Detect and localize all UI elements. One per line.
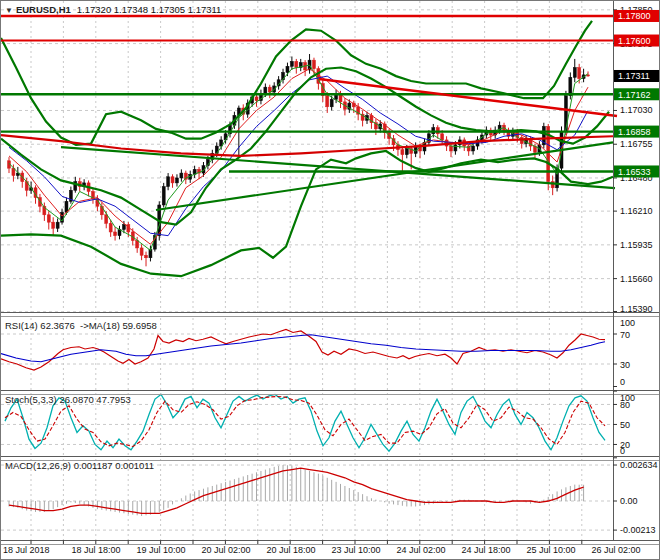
price-badge: 1.16533 — [614, 165, 660, 177]
candle-body — [401, 150, 404, 155]
candle-body — [290, 61, 293, 66]
indicator-tick-label: 0 — [620, 446, 625, 456]
indicator-tick-label: -0.00213 — [620, 525, 656, 535]
date-label: 24 Jul 18:00 — [461, 545, 510, 555]
price-tick-label: 1.15390 — [620, 304, 653, 314]
date-label: 20 Jul 02:00 — [201, 545, 250, 555]
date-label: 26 Jul 02:00 — [591, 545, 640, 555]
price-tick-label: 1.15935 — [620, 240, 653, 250]
date-label: 19 Jul 10:00 — [136, 545, 185, 555]
candle-body — [140, 248, 143, 255]
chart-canvas[interactable]: 1.178501.175751.170301.167551.164801.162… — [1, 1, 660, 560]
price-badge-label: 1.16533 — [618, 167, 651, 177]
candle-body — [326, 96, 329, 107]
candle-body — [312, 60, 315, 69]
candle-body — [162, 187, 165, 205]
candle-body — [268, 87, 271, 92]
ohlc-values: 1.17320 1.17348 1.17305 1.17311 — [77, 4, 222, 15]
candle-body — [145, 255, 148, 257]
price-badge-label: 1.17800 — [618, 11, 651, 21]
candle-body — [573, 68, 576, 78]
candle-body — [175, 178, 178, 183]
price-tick-label: 1.16755 — [620, 139, 653, 149]
price-tick-label: 1.17030 — [620, 105, 653, 115]
macd-indicator-label: MACD(12,26,9) 0.001187 0.001011 — [5, 460, 154, 471]
price-badge: 1.17311 — [614, 70, 660, 82]
candle-body — [47, 215, 50, 222]
date-label: 18 Jul 18:00 — [71, 545, 120, 555]
price-badge-label: 1.17162 — [618, 90, 651, 100]
candle-body — [441, 134, 444, 140]
indicator-tick-label: 100 — [620, 318, 635, 328]
symbol-timeframe-label: EURUSD,H1 — [16, 4, 71, 15]
mt4-chart-window: 1.178501.175751.170301.167551.164801.162… — [0, 0, 660, 560]
indicator-tick-label: 0 — [620, 377, 625, 387]
indicator-tick-label: 30 — [620, 360, 630, 370]
indicator-tick-label: 0.002634 — [620, 460, 658, 470]
chevron-down-icon[interactable]: ▼ — [5, 6, 13, 15]
price-badge: 1.17162 — [614, 88, 660, 100]
candle-body — [578, 68, 581, 79]
candle-body — [65, 201, 68, 212]
candle-body — [330, 99, 333, 106]
candle-body — [264, 87, 267, 93]
candle-body — [295, 61, 298, 67]
candle-body — [56, 222, 59, 228]
candle-body — [472, 146, 475, 151]
price-badge-label: 1.16858 — [618, 127, 651, 137]
date-label: 23 Jul 10:00 — [331, 545, 380, 555]
price-badge-label: 1.17311 — [618, 71, 650, 81]
stoch-indicator-label: Stoch(5,3,3) 26.0870 47.7953 — [5, 394, 131, 405]
candle-body — [255, 97, 258, 101]
date-label: 20 Jul 18:00 — [266, 545, 315, 555]
price-badge-label: 1.17600 — [618, 36, 651, 46]
chart-title: ▼EURUSD,H11.17320 1.17348 1.17305 1.1731… — [5, 4, 221, 15]
candle-body — [286, 66, 289, 72]
indicator-tick-label: 50 — [620, 420, 630, 430]
candle-body — [450, 146, 453, 151]
rsi-indicator-label: RSI(14) 62.3676 ->MA(18) 59.6958 — [5, 320, 157, 331]
price-tick-label: 1.15660 — [620, 274, 653, 284]
date-label: 18 Jul 2018 — [3, 545, 50, 555]
candle-body — [569, 77, 572, 95]
price-tick-label: 1.16210 — [620, 206, 653, 216]
candle-body — [454, 145, 457, 151]
candle-body — [167, 177, 170, 187]
price-badge: 1.17600 — [614, 35, 660, 47]
candle-body — [405, 149, 408, 155]
date-label: 24 Jul 02:00 — [396, 545, 445, 555]
candle-body — [52, 222, 55, 228]
candle-body — [109, 223, 112, 232]
candle-body — [171, 177, 174, 183]
indicator-tick-label: 80 — [620, 400, 630, 410]
price-badge: 1.17800 — [614, 10, 660, 22]
price-badge: 1.16858 — [614, 126, 660, 138]
candle-body — [114, 232, 117, 236]
indicator-tick-label: 0.00 — [620, 496, 638, 506]
date-label: 25 Jul 10:00 — [526, 545, 575, 555]
candle-body — [180, 173, 183, 178]
candle-body — [122, 225, 125, 230]
indicator-tick-label: 70 — [620, 330, 630, 340]
